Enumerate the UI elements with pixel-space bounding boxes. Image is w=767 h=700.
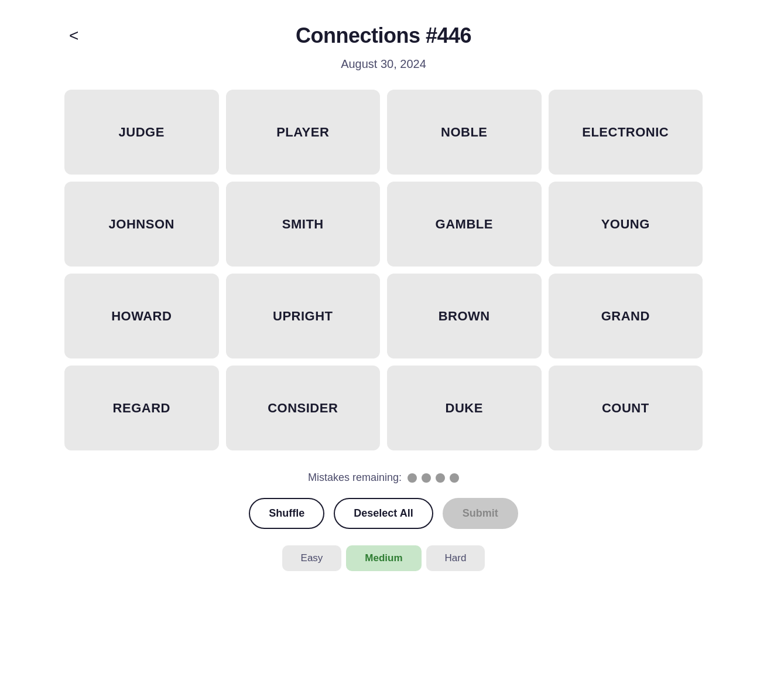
tile-label-young: YOUNG [597,212,655,237]
tile-johnson[interactable]: JOHNSON [64,182,219,267]
mistakes-label: Mistakes remaining: [308,472,402,484]
tile-label-brown: BROWN [434,304,495,329]
difficulty-tab-easy[interactable]: Easy [282,545,342,571]
tile-gamble[interactable]: GAMBLE [387,182,542,267]
tile-label-regard: REGARD [108,396,175,421]
tile-judge[interactable]: JUDGE [64,90,219,175]
tile-smith[interactable]: SMITH [226,182,381,267]
tile-label-player: PLAYER [272,120,334,145]
difficulty-tab-medium[interactable]: Medium [346,545,421,571]
mistake-dot-1 [408,473,417,483]
tile-label-gamble: GAMBLE [431,212,498,237]
mistakes-row: Mistakes remaining: [64,472,703,484]
tile-upright[interactable]: UPRIGHT [226,274,381,358]
shuffle-button[interactable]: Shuffle [249,498,324,529]
tile-consider[interactable]: CONSIDER [226,366,381,450]
back-button[interactable]: < [64,23,83,49]
tile-label-count: COUNT [597,396,654,421]
mistake-dot-2 [422,473,431,483]
tile-label-upright: UPRIGHT [268,304,338,329]
deselect-all-button[interactable]: Deselect All [334,498,433,529]
tile-count[interactable]: COUNT [549,366,703,450]
tile-regard[interactable]: REGARD [64,366,219,450]
page-title: Connections #446 [64,23,703,48]
tile-label-consider: CONSIDER [263,396,343,421]
word-grid: JUDGEPLAYERNOBLEELECTRONICJOHNSONSMITHGA… [64,90,703,450]
app-container: < Connections #446 August 30, 2024 JUDGE… [53,0,714,595]
page-date: August 30, 2024 [64,57,703,71]
difficulty-tab-hard[interactable]: Hard [426,545,485,571]
mistake-dot-4 [450,473,459,483]
tile-label-johnson: JOHNSON [104,212,179,237]
difficulty-tabs: EasyMediumHard [64,545,703,571]
tile-young[interactable]: YOUNG [549,182,703,267]
tile-label-electronic: ELECTRONIC [577,120,673,145]
tile-label-noble: NOBLE [436,120,492,145]
tile-electronic[interactable]: ELECTRONIC [549,90,703,175]
submit-button: Submit [443,498,518,529]
header: < Connections #446 [64,23,703,48]
tile-label-judge: JUDGE [114,120,169,145]
tile-duke[interactable]: DUKE [387,366,542,450]
mistakes-section: Mistakes remaining: [64,472,703,484]
tile-howard[interactable]: HOWARD [64,274,219,358]
tile-noble[interactable]: NOBLE [387,90,542,175]
controls: Shuffle Deselect All Submit [64,498,703,529]
tile-grand[interactable]: GRAND [549,274,703,358]
tile-label-duke: DUKE [441,396,488,421]
tile-label-smith: SMITH [278,212,328,237]
tile-player[interactable]: PLAYER [226,90,381,175]
tile-label-grand: GRAND [597,304,655,329]
mistake-dot-3 [436,473,445,483]
tile-label-howard: HOWARD [107,304,176,329]
mistake-dots [408,473,459,483]
tile-brown[interactable]: BROWN [387,274,542,358]
